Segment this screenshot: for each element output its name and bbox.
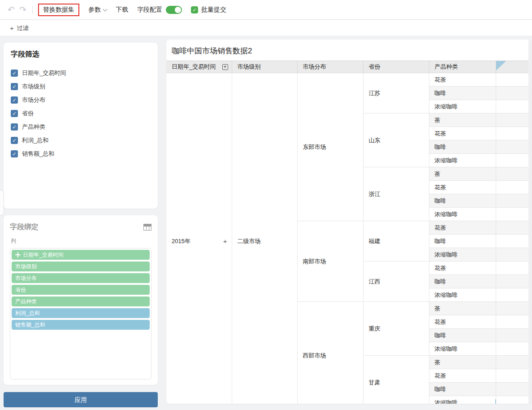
product-cell[interactable]: 咖啡 (429, 383, 496, 396)
field-pill[interactable]: 销售额_总和 (12, 320, 150, 330)
value-cell[interactable] (496, 140, 528, 154)
column-header[interactable] (496, 61, 528, 73)
product-cell[interactable]: 咖啡 (429, 275, 496, 288)
batch-submit-checkbox[interactable]: ✓ (191, 6, 198, 13)
download-button[interactable]: 下载 (116, 6, 128, 14)
field-pill[interactable]: 市场级别 (12, 262, 150, 271)
field-filter-item[interactable]: ✓日期年_交易时间 (11, 66, 151, 80)
field-pill[interactable]: 产品种类 (12, 297, 150, 306)
field-filter-item[interactable]: ✓市场级别 (11, 80, 151, 93)
product-cell[interactable]: 浓缩咖啡 (429, 396, 496, 404)
value-cell[interactable] (496, 87, 528, 100)
market-cell[interactable]: 南部市场 (297, 221, 363, 302)
checkbox-checked-icon[interactable]: ✓ (11, 110, 18, 117)
product-cell[interactable]: 浓缩咖啡 (429, 288, 496, 302)
value-cell[interactable] (496, 127, 528, 140)
expand-all-icon[interactable]: + (222, 64, 228, 70)
value-cell[interactable] (496, 288, 528, 302)
value-cell[interactable] (496, 342, 528, 356)
value-cell[interactable] (496, 113, 528, 127)
value-cell[interactable] (496, 356, 528, 369)
column-header[interactable]: 市场级别 (232, 61, 297, 73)
year-cell[interactable]: 2015年+ (166, 73, 232, 404)
field-pill[interactable]: 市场分布 (12, 273, 150, 283)
field-pill[interactable]: 省份 (12, 285, 150, 295)
market-cell[interactable]: 西部市场 (297, 302, 363, 404)
province-cell[interactable]: 山东 (363, 113, 429, 167)
checkbox-checked-icon[interactable]: ✓ (11, 137, 18, 144)
value-cell[interactable] (496, 221, 528, 235)
product-cell[interactable]: 茶 (429, 356, 496, 369)
product-cell[interactable]: 咖啡 (429, 194, 496, 208)
province-cell[interactable]: 福建 (363, 221, 429, 262)
value-cell[interactable] (496, 275, 528, 288)
table-view-icon[interactable] (143, 224, 151, 231)
value-cell[interactable] (496, 235, 528, 248)
product-cell[interactable]: 花茶 (429, 73, 496, 87)
product-cell[interactable]: 咖啡 (429, 87, 496, 100)
product-cell[interactable]: 浓缩咖啡 (429, 100, 496, 113)
replace-dataset-button[interactable]: 替换数据集 (38, 4, 79, 16)
value-cell[interactable] (496, 262, 528, 275)
province-cell[interactable]: 浙江 (363, 167, 429, 221)
year-expand-icon[interactable]: + (223, 237, 227, 245)
product-cell[interactable]: 咖啡 (429, 235, 496, 248)
checkbox-checked-icon[interactable]: ✓ (11, 123, 18, 131)
column-header[interactable]: 产品种类 (429, 61, 496, 73)
province-cell[interactable]: 江苏 (363, 73, 429, 113)
value-cell[interactable] (496, 369, 528, 383)
checkbox-checked-icon[interactable]: ✓ (11, 70, 18, 77)
value-cell[interactable] (496, 100, 528, 113)
value-cell[interactable] (496, 396, 528, 404)
product-cell[interactable]: 茶 (429, 167, 496, 181)
value-cell[interactable] (496, 302, 528, 315)
value-cell[interactable] (496, 194, 528, 208)
vertical-scrollbar[interactable] (528, 39, 532, 404)
field-pill[interactable]: 利润_总和 (12, 308, 150, 318)
value-cell[interactable] (496, 208, 528, 221)
field-filter-item[interactable]: ✓销售额_总和 (11, 147, 151, 161)
sidebar-collapse-handle[interactable] (0, 190, 4, 216)
value-cell[interactable] (496, 167, 528, 181)
apply-button[interactable]: 应用 (4, 392, 158, 407)
market-level-cell[interactable]: 二级市场 (232, 73, 297, 404)
checkbox-checked-icon[interactable]: ✓ (11, 96, 18, 104)
field-filter-item[interactable]: ✓产品种类 (11, 120, 151, 134)
product-cell[interactable]: 茶 (429, 302, 496, 315)
field-filter-item[interactable]: ✓省份 (11, 107, 151, 120)
product-cell[interactable]: 茶 (429, 113, 496, 127)
checkbox-checked-icon[interactable]: ✓ (11, 150, 18, 157)
product-cell[interactable]: 咖啡 (429, 329, 496, 342)
value-cell[interactable] (496, 73, 528, 87)
product-cell[interactable]: 花茶 (429, 369, 496, 383)
product-cell[interactable]: 花茶 (429, 315, 496, 329)
product-cell[interactable]: 花茶 (429, 221, 496, 235)
field-filter-item[interactable]: ✓市场分布 (11, 93, 151, 107)
field-filter-item[interactable]: ✓利润_总和 (11, 134, 151, 147)
product-cell[interactable]: 浓缩咖啡 (429, 342, 496, 356)
product-cell[interactable]: 浓缩咖啡 (429, 154, 496, 167)
column-header[interactable]: 日期年_交易时间+ (166, 61, 232, 73)
province-cell[interactable]: 甘肃 (363, 356, 429, 404)
province-cell[interactable]: 重庆 (363, 302, 429, 356)
product-cell[interactable]: 浓缩咖啡 (429, 208, 496, 221)
field-pill[interactable]: 日期年_交易时间 (12, 250, 150, 260)
value-cell[interactable] (496, 329, 528, 342)
market-cell[interactable]: 东部市场 (297, 73, 363, 221)
product-cell[interactable]: 花茶 (429, 262, 496, 275)
product-cell[interactable]: 浓缩咖啡 (429, 248, 496, 262)
product-cell[interactable]: 花茶 (429, 127, 496, 140)
add-filter-button[interactable]: 过滤 (17, 24, 29, 32)
undo-icon[interactable]: ↶ (5, 4, 17, 15)
product-cell[interactable]: 咖啡 (429, 140, 496, 154)
column-header[interactable]: 市场分布 (297, 61, 363, 73)
column-header[interactable]: 省份 (363, 61, 429, 73)
value-cell[interactable] (496, 383, 528, 396)
value-cell[interactable] (496, 181, 528, 194)
value-cell[interactable] (496, 154, 528, 167)
product-cell[interactable]: 花茶 (429, 181, 496, 194)
value-cell[interactable] (496, 315, 528, 329)
redo-icon[interactable]: ↷ (17, 4, 29, 15)
field-config-toggle[interactable] (166, 6, 182, 14)
province-cell[interactable]: 江西 (363, 262, 429, 302)
